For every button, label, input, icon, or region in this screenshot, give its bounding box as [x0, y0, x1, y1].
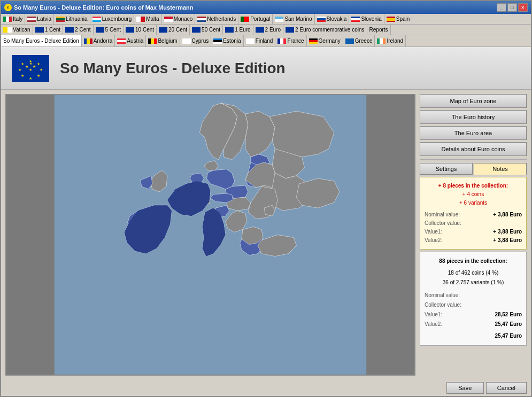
menu-label-lithuania: Lithuania — [66, 16, 88, 22]
maximize-button[interactable]: □ — [507, 3, 517, 12]
menu-item-2euro[interactable]: 2 Euro — [253, 25, 283, 35]
settings-tab[interactable]: Settings — [420, 163, 473, 175]
flag-spain — [387, 17, 395, 22]
menu-label-estonia: Estonia — [223, 38, 241, 44]
menu-item-france[interactable]: France — [275, 35, 306, 46]
menu-item-portugal[interactable]: Portugal — [238, 14, 273, 24]
menu-item-1cent[interactable]: 1 Cent — [33, 25, 63, 35]
menu-label-10cent: 10 Cent — [135, 27, 154, 33]
stats-value2-label: Value2: — [425, 320, 442, 329]
menu-label-italy: Italy — [13, 16, 22, 22]
stats-variants: 36 of 2.757 variants (1 %) — [425, 278, 522, 287]
menu-label-austria: Austria — [127, 38, 143, 44]
menu-item-reports[interactable]: Reports — [367, 25, 391, 35]
flag-slovenia — [351, 17, 360, 22]
menu-item-5cent[interactable]: 5 Cent — [94, 25, 124, 35]
content-area: ★ ★ ★ ★ ★ ★ ★ ★ ★ ★ ★ ★ So Many Eur — [1, 47, 531, 396]
notes-tab[interactable]: Notes — [474, 163, 527, 175]
menu-item-luxembourg[interactable]: Luxembourg — [90, 14, 135, 24]
sidebar: Map of Euro zone The Euro history The Eu… — [420, 94, 527, 376]
flag-slovakia — [317, 17, 326, 22]
flag-20cent — [159, 27, 167, 33]
menu-item-latvia[interactable]: Latvia — [25, 14, 54, 24]
menu-label-sanmarino: San Marino — [284, 16, 312, 22]
flag-vatican — [3, 27, 12, 33]
menu-label-2eurocomm: 2 Euro commemorative coins — [295, 27, 365, 33]
main-content: Map of Euro zone The Euro history The Eu… — [1, 90, 531, 380]
svg-text:★: ★ — [29, 62, 32, 65]
menu-item-slovakia[interactable]: Slovakia — [315, 14, 350, 24]
menu-item-malta[interactable]: Malta — [134, 14, 161, 24]
menu-item-sanmarino[interactable]: San Marino — [273, 14, 314, 24]
menu-item-monaco[interactable]: Monaco — [162, 14, 196, 24]
bottom-buttons: Save Cancel — [1, 380, 531, 396]
notes-nominal-value: + 3,88 Euro — [493, 211, 522, 219]
menu-row-2: Vatican 1 Cent 2 Cent 5 Cent 10 Cent 20 … — [1, 25, 531, 35]
menu-item-10cent[interactable]: 10 Cent — [124, 25, 157, 35]
stats-nominal-value: 25,47 Euro — [425, 331, 522, 341]
flag-malta — [136, 17, 145, 22]
stats-collector-label: Collector value: — [425, 300, 461, 310]
flag-finland — [246, 38, 255, 44]
flag-germany — [309, 38, 318, 44]
menu-label-slovakia: Slovakia — [327, 16, 347, 22]
notes-line2: + 4 coins — [425, 190, 522, 199]
menu-item-finland[interactable]: Finland — [244, 35, 276, 46]
title-bar: € So Many Euros - Deluxe Edition: Euro c… — [1, 1, 531, 14]
stats-summary: 88 pieces in the collection: — [425, 256, 522, 266]
menu-item-slovenia[interactable]: Slovenia — [349, 14, 384, 24]
menu-item-lithuania[interactable]: Lithuania — [54, 14, 90, 24]
menu-item-vatican[interactable]: Vatican — [1, 25, 33, 35]
menu-item-50cent[interactable]: 50 Cent — [190, 25, 223, 35]
tab-home-label: So Many Euros - Deluxe Edition — [3, 38, 79, 44]
menu-label-vatican: Vatican — [13, 27, 30, 33]
menu-item-netherlands[interactable]: Netherlands — [195, 14, 238, 24]
menu-item-belgium[interactable]: Belgium — [146, 35, 180, 46]
flag-estonia — [213, 38, 222, 44]
menu-item-spain[interactable]: Spain — [384, 14, 413, 24]
menu-item-austria[interactable]: Austria — [115, 35, 146, 46]
menu-item-italy[interactable]: Italy — [1, 14, 25, 24]
save-button[interactable]: Save — [446, 382, 484, 394]
euro-history-button[interactable]: The Euro history — [420, 110, 527, 124]
menu-label-portugal: Portugal — [250, 16, 270, 22]
title-bar-left: € So Many Euros - Deluxe Edition: Euro c… — [4, 4, 194, 11]
tab-home[interactable]: So Many Euros - Deluxe Edition — [1, 35, 82, 47]
menu-label-2cent: 2 Cent — [75, 27, 90, 33]
stats-nominal-label: Nominal value: — [425, 291, 460, 300]
close-button[interactable]: ✕ — [518, 3, 528, 12]
menu-item-estonia[interactable]: Estonia — [211, 35, 243, 46]
flag-lithuania — [56, 17, 65, 22]
cancel-button[interactable]: Cancel — [486, 382, 527, 394]
notes-collector-label: Collector value: — [425, 219, 522, 228]
menu-item-ireland[interactable]: Ireland — [375, 35, 406, 46]
menu-item-andorra[interactable]: Andorra — [82, 35, 115, 46]
menu-label-andorra: Andorra — [94, 38, 113, 44]
main-window: € So Many Euros - Deluxe Edition: Euro c… — [0, 0, 532, 397]
menu-label-greece: Greece — [355, 38, 373, 44]
euro-area-button[interactable]: The Euro area — [420, 126, 527, 140]
notes-panel: + 8 pieces in the collection: + 4 coins … — [420, 177, 527, 250]
menu-item-cyprus[interactable]: Cyprus — [180, 35, 212, 46]
menu-item-2cent[interactable]: 2 Cent — [63, 25, 93, 35]
menu-row-1: Italy Latvia Lithuania Luxembourg Malta … — [1, 14, 531, 25]
menu-item-20cent[interactable]: 20 Cent — [157, 25, 190, 35]
app-icon: € — [4, 4, 12, 11]
menu-item-2eurocomm[interactable]: 2 Euro commemorative coins — [283, 25, 367, 35]
map-of-euro-zone-button[interactable]: Map of Euro zone — [420, 94, 527, 108]
menu-label-1euro: 1 Euro — [235, 27, 250, 33]
app-header: ★ ★ ★ ★ ★ ★ ★ ★ ★ ★ ★ ★ So Many Eur — [1, 47, 531, 90]
menu-label-luxembourg: Luxembourg — [102, 16, 132, 22]
flag-cyprus — [182, 38, 191, 44]
svg-text:★: ★ — [21, 62, 24, 66]
menu-item-greece[interactable]: Greece — [343, 35, 375, 46]
map-container[interactable] — [5, 94, 415, 376]
menu-item-1euro[interactable]: 1 Euro — [223, 25, 253, 35]
menu-item-germany[interactable]: Germany — [307, 35, 343, 46]
svg-text:★: ★ — [29, 68, 32, 72]
minimize-button[interactable]: _ — [497, 3, 506, 12]
notes-line3: + 6 variants — [425, 199, 522, 207]
flag-netherlands — [197, 17, 206, 22]
details-euro-coins-button[interactable]: Details about Euro coins — [420, 142, 527, 156]
flag-italy — [3, 17, 12, 22]
